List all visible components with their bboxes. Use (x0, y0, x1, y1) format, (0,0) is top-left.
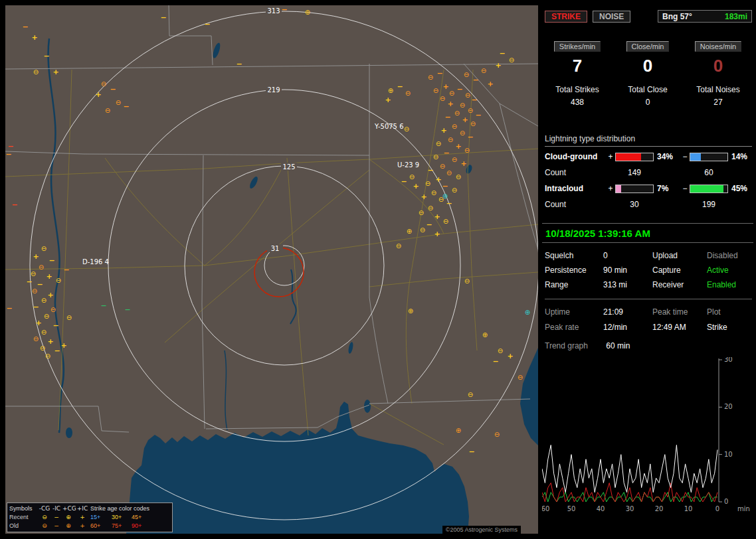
plus-sign: + (606, 184, 615, 193)
peak-rate-label: Peak rate (545, 323, 603, 332)
plus-sign: + (606, 152, 615, 161)
legend-col-header: +IC (74, 504, 90, 513)
lightning-map[interactable]: ⊖+⊖−⊖−⊖+⊖⊖−⊖−+⊖⊖+⊖−⊖⊖+⊖−⊖⊖+⊖−⊖⊖+⊖−⊖⊖+⊖−⊖… (5, 5, 538, 534)
strike-symbol: − (110, 85, 116, 94)
strike-symbol: + (455, 142, 461, 151)
strike-symbol: ⊖ (468, 107, 473, 114)
persistence-label: Persistence (545, 266, 603, 275)
symbol-legend: Symbols-CG-IC+CG+ICStrike age color code… (7, 502, 173, 532)
strike-symbol: ⊖ (409, 173, 415, 181)
receiver-state: Enabled (707, 280, 752, 289)
strike-symbol: − (124, 305, 130, 314)
strike-symbol: ⊖ (452, 156, 457, 163)
strike-symbol: − (397, 82, 403, 91)
trend-graph-label: Trend graph (545, 341, 588, 350)
status-grid: Squelch 0 Upload Disabled Persistence 90… (545, 251, 752, 289)
strike-symbol: + (33, 252, 39, 261)
intracloud-label: Intracloud (545, 184, 606, 193)
strike-symbol: − (444, 113, 450, 121)
strike-symbol: − (54, 346, 60, 355)
cg-plus-bar (615, 153, 654, 161)
squelch-value: 0 (603, 251, 652, 260)
strike-symbol: ⊖ (428, 74, 433, 81)
strike-symbol: ⊖ (433, 153, 438, 161)
strike-symbol: ⊖ (105, 107, 110, 114)
strike-symbol: ⊖ (464, 71, 469, 78)
ic-plus-bar (615, 185, 654, 193)
ring-distance-label: 313 (267, 7, 280, 15)
upload-state: Disabled (707, 251, 752, 260)
legend-age-value: 75+ (112, 522, 132, 530)
strike-symbol: + (52, 68, 58, 76)
rate-box-row: Strikes/min Close/min Noises/min (542, 41, 753, 52)
strike-symbol: ⊖ (456, 173, 461, 181)
trend-x-tick-label: 10 (684, 505, 693, 512)
strike-symbol: − (22, 23, 28, 31)
squelch-label: Squelch (545, 251, 603, 260)
total-value-row: 438 0 27 (542, 98, 753, 107)
strike-symbol: + (60, 341, 66, 350)
strike-symbol: − (475, 111, 481, 119)
total-close-value: 0 (646, 98, 650, 107)
strike-symbol: ⊖ (41, 297, 47, 304)
ic-count-label: Count (545, 200, 606, 209)
strike-symbol: + (440, 126, 446, 135)
trend-y-tick-label: 10 (724, 451, 733, 458)
legend-age-value: 90+ (132, 522, 151, 530)
close-per-min-value: 0 (643, 56, 652, 76)
trend-x-unit: min (737, 505, 750, 512)
ring-distance-label: 125 (282, 163, 295, 171)
strike-symbol: + (35, 319, 41, 327)
strike-symbol: ⊖ (41, 329, 47, 336)
strike-symbol: ⊕ (525, 309, 530, 316)
strike-symbol: − (492, 357, 498, 366)
strike-symbol: + (435, 175, 441, 184)
strike-symbol: − (436, 69, 442, 78)
upload-label: Upload (652, 251, 707, 260)
trend-x-tick-label: 60 (542, 505, 549, 512)
legend-symbol: + (74, 513, 90, 522)
strike-symbol: ⊖ (101, 80, 106, 88)
cg-minus-count: 60 (690, 168, 728, 177)
strike-symbol: ⊖ (465, 92, 470, 99)
strike-button[interactable]: STRIKE (545, 11, 587, 23)
strike-symbol: ⊖ (440, 95, 445, 102)
display-mode-buttons: STRIKE NOISE (545, 11, 630, 23)
strike-symbol: ⊖ (433, 87, 438, 94)
distribution-title: Lightning type distribution (545, 134, 752, 147)
strike-symbol: − (236, 60, 242, 68)
persistence-value: 90 min (603, 266, 652, 275)
strike-symbol: + (507, 352, 513, 360)
strike-symbol: ⊖ (436, 140, 441, 147)
strike-symbol: − (443, 149, 449, 157)
peak-rate-value: 12/min (603, 323, 652, 332)
strike-symbol: − (442, 182, 448, 191)
strike-symbol: − (123, 102, 129, 111)
strike-symbol: ⊖ (446, 169, 452, 177)
storm-cell-label: Y-5075 6 (374, 123, 404, 130)
strike-symbol: ⊖ (440, 163, 445, 170)
legend-symbol: ⊖ (39, 522, 50, 530)
close-per-min-box[interactable]: Close/min (626, 41, 670, 52)
bearing-label: Bng 57° (662, 12, 692, 21)
strike-symbol: ⊖ (454, 110, 460, 117)
strike-symbol: − (26, 277, 32, 286)
ring-distance-label: 31 (271, 245, 280, 252)
strike-symbol: ⊖ (468, 391, 473, 398)
trend-graph: 01020306050403020100min (542, 357, 753, 519)
legend-row-label: Recent (9, 513, 39, 522)
strike-symbol: ⊖ (518, 374, 523, 381)
noises-per-min-box[interactable]: Noises/min (695, 41, 741, 52)
strikes-per-min-box[interactable]: Strikes/min (554, 41, 601, 52)
strike-symbol: ⊖ (443, 218, 448, 225)
strike-symbol: + (434, 212, 440, 221)
noise-button[interactable]: NOISE (593, 11, 630, 23)
strike-symbol: + (434, 230, 440, 238)
strike-symbol: ⊖ (39, 264, 44, 271)
trend-y-tick-label: 30 (724, 357, 733, 363)
map-canvas: ⊖+⊖−⊖−⊖+⊖⊖−⊖−+⊖⊖+⊖−⊖⊖+⊖−⊖⊖+⊖−⊖⊖+⊖−⊖⊖+⊖−⊖… (5, 5, 538, 534)
strike-symbol: − (281, 5, 287, 14)
ic-plus-pct: 7% (654, 184, 680, 193)
bearing-display: Bng 57° 183mi (658, 10, 752, 23)
strike-symbol: ⊖ (66, 314, 72, 321)
